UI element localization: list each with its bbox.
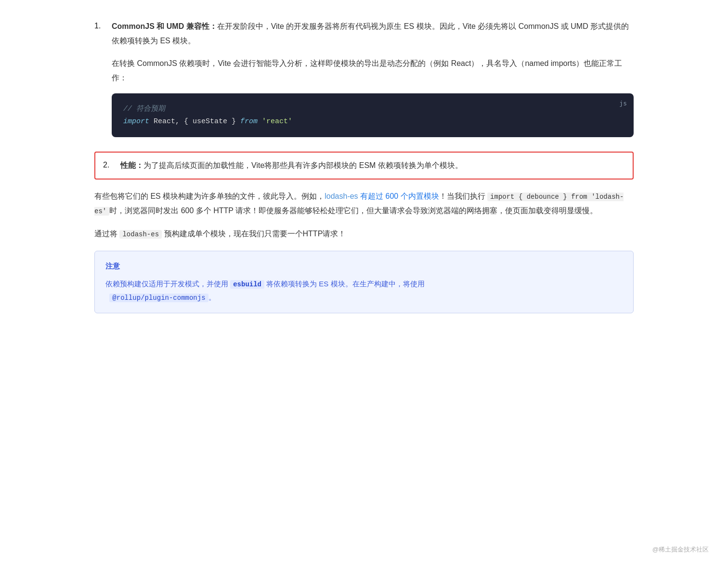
- para3-text-end: 时，浏览器同时发出 600 多个 HTTP 请求！即使服务器能够轻松处理它们，但…: [109, 206, 598, 215]
- para4-text-before: 通过将: [94, 230, 117, 238]
- para3-text-before: 有些包将它们的 ES 模块构建为许多单独的文件，彼此导入。例如，: [94, 192, 325, 200]
- code-import-rest: React, { useState }: [149, 117, 240, 126]
- note-title: 注意: [105, 260, 623, 272]
- list-item-2-content: 性能：为了提高后续页面的加载性能，Vite将那些具有许多内部模块的 ESM 依赖…: [120, 158, 625, 173]
- esbuild-code: esbuild: [230, 280, 264, 289]
- code-lang-badge: js: [619, 98, 627, 109]
- code-keyword-from: from: [240, 117, 258, 126]
- list-number-1: 1.: [94, 19, 108, 149]
- note-text-before: 依赖预构建仅适用于开发模式，并使用: [105, 280, 228, 288]
- item1-para1: CommonJS 和 UMD 兼容性：在开发阶段中，Vite 的开发服务器将所有…: [112, 19, 634, 48]
- list-item-1-content: CommonJS 和 UMD 兼容性：在开发阶段中，Vite 的开发服务器将所有…: [112, 19, 634, 149]
- content-area: 1. CommonJS 和 UMD 兼容性：在开发阶段中，Vite 的开发服务器…: [94, 19, 634, 313]
- code-keyword-import: import: [123, 117, 149, 126]
- list-item-1: 1. CommonJS 和 UMD 兼容性：在开发阶段中，Vite 的开发服务器…: [94, 19, 634, 149]
- code-block: js // 符合预期 import React, { useState } fr…: [112, 93, 634, 137]
- lodash-es-link[interactable]: lodash-es: [325, 192, 358, 200]
- lodash-link-highlight[interactable]: 有超过 600 个内置模块: [360, 192, 439, 200]
- item2-para: 性能：为了提高后续页面的加载性能，Vite将那些具有许多内部模块的 ESM 依赖…: [120, 158, 625, 173]
- note-text-after: 。: [208, 293, 216, 301]
- note-text-middle: 将依赖项转换为 ES 模块。在生产构建中，将使用: [266, 280, 424, 288]
- rollup-plugin-code[interactable]: @rollup/plugin-commonjs: [109, 294, 208, 302]
- note-box: 注意 依赖预构建仅适用于开发模式，并使用 esbuild 将依赖项转换为 ES …: [94, 251, 634, 314]
- code-string-react: 'react': [262, 117, 292, 126]
- list-number-2: 2.: [103, 158, 117, 173]
- note-content: 依赖预构建仅适用于开发模式，并使用 esbuild 将依赖项转换为 ES 模块。…: [105, 277, 623, 304]
- para4: 通过将 lodash-es 预构建成单个模块，现在我们只需要一个HTTP请求！: [94, 227, 634, 241]
- lodash-es-inline-code: lodash-es: [119, 230, 162, 239]
- code-space: [258, 117, 262, 126]
- item2-title: 性能：: [120, 161, 143, 169]
- para4-text-after: 预构建成单个模块，现在我们只需要一个HTTP请求！: [164, 230, 346, 238]
- item2-text: 为了提高后续页面的加载性能，Vite将那些具有许多内部模块的 ESM 依赖项转换…: [143, 161, 463, 169]
- para3-text-after: ！当我们执行: [439, 192, 485, 200]
- code-line-import: import React, { useState } from 'react': [123, 116, 622, 128]
- list-item-2: 2. 性能：为了提高后续页面的加载性能，Vite将那些具有许多内部模块的 ESM…: [94, 152, 634, 180]
- item1-para2: 在转换 CommonJS 依赖项时，Vite 会进行智能导入分析，这样即使模块的…: [112, 56, 634, 85]
- watermark: @稀土掘金技术社区: [652, 544, 709, 555]
- code-line-comment: // 符合预期: [123, 103, 622, 116]
- code-comment: // 符合预期: [123, 105, 165, 113]
- para3: 有些包将它们的 ES 模块构建为许多单独的文件，彼此导入。例如，lodash-e…: [94, 189, 634, 218]
- item1-title: CommonJS 和 UMD 兼容性：: [112, 22, 217, 30]
